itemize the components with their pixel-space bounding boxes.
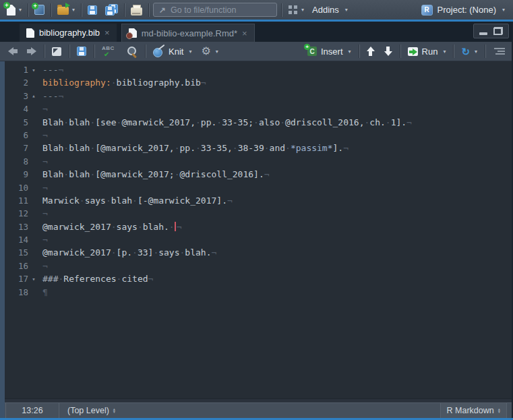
code-text: ---¬ — [39, 63, 63, 76]
popout-icon — [52, 47, 61, 56]
whitespace-dot: · — [264, 143, 270, 153]
addins-button[interactable]: Addins ▾ — [310, 3, 350, 16]
code-line[interactable]: 3▴---¬ — [0, 90, 513, 102]
find-replace-button[interactable] — [124, 44, 140, 59]
chevron-down-icon: ▾ — [216, 49, 218, 55]
eol-marker: ¬ — [42, 235, 48, 245]
document-outline-button[interactable] — [491, 47, 507, 56]
toolbar-separator — [400, 44, 400, 58]
knit-label: Knit — [169, 47, 183, 57]
save-button[interactable] — [75, 45, 88, 57]
insert-chunk-button[interactable]: +C Insert ▾ — [305, 45, 353, 58]
knit-button[interactable]: Knit ▾ — [151, 44, 193, 59]
print-button[interactable] — [129, 3, 144, 17]
plus-badge-icon: + — [304, 44, 310, 50]
chevron-down-icon[interactable]: ▾ — [72, 7, 75, 13]
toolbar-separator — [51, 3, 51, 17]
code-line[interactable]: 10¬ — [0, 181, 513, 194]
code-line[interactable]: 18¶ — [0, 286, 513, 299]
settings-button[interactable]: ⚙ ▾ — [199, 44, 220, 58]
code-line[interactable]: 16¬ — [0, 260, 513, 272]
code-text: ¬ — [39, 102, 48, 115]
code-line[interactable]: 8¬ — [0, 155, 513, 168]
spellcheck-button[interactable]: ABC ✔ — [100, 44, 119, 59]
code-line[interactable]: 14¬ — [0, 233, 513, 246]
toolbar-separator — [44, 44, 44, 58]
rstudio-window: + ▾ + ▾ ↗ Go to file/function — [0, 0, 513, 420]
code-line[interactable]: 12¬ — [0, 207, 513, 220]
eol-marker: ¬ — [201, 78, 206, 88]
chevron-down-icon[interactable]: ▾ — [19, 7, 22, 13]
spinner-icon: ▴▾ — [113, 408, 115, 414]
workspace-panes-button[interactable]: ▾ — [286, 3, 306, 16]
back-button[interactable] — [6, 46, 20, 57]
code-text: Marwick·says·blah·[-@marwick_2017].¬ — [39, 194, 233, 207]
whitespace-dot: · — [63, 143, 69, 153]
close-icon[interactable]: × — [104, 28, 110, 37]
goto-file-input[interactable]: ↗ Go to file/function — [153, 3, 277, 17]
maximize-pane-icon[interactable] — [493, 27, 503, 35]
eol-marker: ¬ — [42, 183, 48, 193]
code-line[interactable]: 17▾###·References·cited¬ — [0, 272, 513, 285]
new-file-button[interactable]: + ▾ — [5, 3, 24, 17]
run-button[interactable]: Run ▾ — [406, 45, 448, 58]
whitespace-dot: · — [58, 274, 63, 284]
fold-up-icon[interactable]: ▴ — [28, 89, 39, 102]
scope-selector[interactable]: (Top Level) ▴▾ — [59, 403, 123, 418]
tab-bibliography-bib[interactable]: bibliography.bib × — [20, 24, 117, 42]
toolbar-separator — [148, 3, 149, 17]
code-line[interactable]: 7Blah·blah·[@marwick_2017,·pp.·33-35,·38… — [0, 142, 513, 154]
fold-spacer — [28, 148, 39, 149]
fold-down-icon[interactable]: ▾ — [28, 272, 39, 286]
code-line[interactable]: 15@marwick_2017·[p.·33]·says·blah.¬ — [0, 246, 513, 259]
eol-marker: ¬ — [42, 208, 48, 218]
save-all-button[interactable] — [103, 3, 120, 17]
whitespace-dot: · — [138, 222, 143, 232]
code-line[interactable]: 4¬ — [0, 102, 513, 115]
popout-window-button[interactable] — [50, 46, 63, 57]
tab-md-biblio-example-rmd[interactable]: md-biblio-example.Rmd* × — [121, 24, 255, 42]
close-icon[interactable]: × — [242, 29, 247, 38]
whitespace-dot: · — [90, 143, 95, 153]
rerun-button[interactable]: ↻ ▾ — [459, 45, 479, 58]
fold-spacer — [28, 161, 39, 162]
toolbar-separator — [145, 44, 146, 58]
scope-label: (Top Level) — [67, 406, 109, 415]
code-line[interactable]: 13@marwick_2017·says·blah.·¬ — [0, 220, 513, 233]
minimize-pane-icon[interactable] — [479, 32, 487, 35]
code-line[interactable]: 2bibliography:·bibliography.bib¬ — [0, 76, 513, 89]
whitespace-dot: · — [386, 117, 391, 127]
fold-down-icon[interactable]: ▾ — [28, 63, 39, 77]
toolbar-separator — [453, 44, 454, 58]
save-all-icon — [105, 4, 118, 16]
chevron-down-icon[interactable]: ▾ — [189, 49, 191, 55]
whitespace-dot: · — [111, 222, 117, 232]
goto-file-placeholder: Go to file/function — [171, 5, 236, 15]
whitespace-dot: · — [132, 247, 138, 258]
code-line[interactable]: 6¬ — [0, 129, 513, 142]
whitespace-dot: · — [63, 117, 69, 127]
open-file-button[interactable]: ▾ — [55, 3, 77, 16]
code-line[interactable]: 11Marwick·says·blah·[-@marwick_2017].¬ — [0, 194, 513, 207]
floppy-icon — [105, 6, 115, 16]
source-editor[interactable]: 1▾---¬2bibliography:·bibliography.bib¬3▴… — [0, 61, 513, 398]
chevron-down-icon[interactable]: ▾ — [301, 7, 304, 13]
code-line[interactable]: 9Blah·blah·[@marwick_2017;·@driscoll_201… — [0, 168, 513, 181]
document-mode-selector[interactable]: R Markdown ▴▾ — [440, 403, 507, 418]
forward-button[interactable] — [25, 46, 38, 57]
editor-toolbar: ABC ✔ Knit ▾ ⚙ ▾ +C Insert ▾ — [0, 42, 513, 61]
back-arrow-icon — [8, 47, 18, 55]
chevron-down-icon: ▾ — [475, 49, 477, 55]
code-line[interactable]: 1▾---¬ — [0, 63, 513, 76]
new-project-button[interactable]: + — [32, 3, 47, 16]
code-line[interactable]: 5Blah·blah·[see·@marwick_2017,·pp.·33-35… — [0, 116, 513, 129]
fold-spacer — [28, 187, 39, 188]
whitespace-dot: · — [90, 117, 95, 127]
go-next-chunk-button[interactable] — [382, 45, 394, 57]
chevron-down-icon[interactable]: ▾ — [443, 49, 446, 55]
mode-label: R Markdown — [447, 406, 494, 415]
save-button[interactable] — [86, 4, 99, 16]
go-prev-chunk-button[interactable] — [365, 45, 377, 57]
project-menu-button[interactable]: R Project: (None) ▾ — [419, 3, 507, 17]
save-icon — [88, 5, 97, 15]
